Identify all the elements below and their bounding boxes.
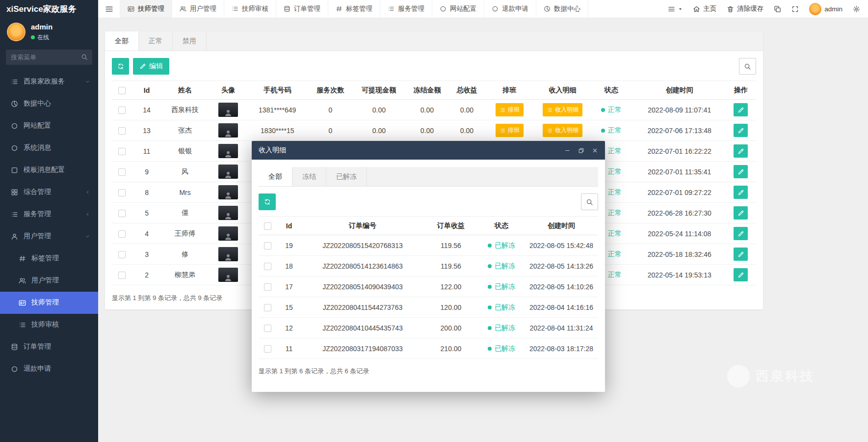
income-detail-button[interactable]: 收入明细 (543, 103, 582, 116)
cell-frozen: 0.00 (403, 100, 450, 120)
row-checkbox[interactable] (118, 189, 126, 196)
edit-row-button[interactable] (734, 144, 748, 158)
filter-tab[interactable]: 已解冻 (326, 167, 367, 186)
nav-tab[interactable]: 服务管理 (380, 0, 432, 18)
row-checkbox[interactable] (264, 283, 271, 291)
row-checkbox[interactable] (118, 168, 126, 176)
nav-tab[interactable]: 退款申请 (484, 0, 536, 18)
filter-tab[interactable]: 冻结 (292, 167, 326, 186)
edit-row-button[interactable] (734, 103, 748, 116)
filter-tab[interactable]: 禁用 (173, 31, 207, 51)
sidebar-item[interactable]: 网站配置 (0, 115, 98, 137)
settings-button[interactable] (853, 5, 860, 13)
filter-tab[interactable]: 全部 (105, 31, 139, 51)
row-checkbox[interactable] (118, 107, 126, 114)
sidebar-item[interactable]: 标签管理 (0, 248, 98, 270)
row-checkbox[interactable] (118, 230, 126, 238)
close-icon[interactable] (592, 147, 598, 154)
schedule-button[interactable]: 排班 (496, 103, 524, 116)
refresh-button[interactable] (259, 193, 276, 210)
income-detail-button[interactable]: 收入明细 (543, 124, 582, 137)
sidebar-item[interactable]: 技师管理 (0, 292, 98, 314)
cell-created: 2022-07-01 16:22:22 (633, 141, 726, 162)
dialog-toolbar (259, 193, 598, 210)
cell-id: 13 (132, 120, 162, 141)
tabs-more-dropdown[interactable] (668, 5, 683, 13)
table-row: 12 JZ2022080410445435743 200.00 已解冻 2022… (259, 318, 598, 338)
filter-tab[interactable]: 全部 (259, 167, 292, 186)
nav-tab[interactable]: 用户管理 (172, 0, 224, 18)
search-button[interactable] (739, 58, 756, 75)
edit-row-button[interactable] (734, 248, 748, 261)
trash-icon (727, 5, 734, 13)
sidebar-item[interactable]: 用户管理 (0, 225, 98, 248)
nav-tab[interactable]: 数据中心 (536, 0, 588, 18)
fullscreen-button[interactable] (791, 5, 799, 13)
table-row: 14 西泉科技 1381****649 0 0.00 0.00 0.00 排班 … (112, 100, 756, 120)
avatar (218, 144, 238, 158)
sidebar-item[interactable]: 模板消息配置 (0, 159, 98, 181)
select-all-checkbox[interactable] (118, 87, 126, 94)
menu-search-input[interactable] (6, 50, 92, 65)
refresh-button[interactable] (112, 58, 129, 75)
sidebar-item[interactable]: 退款申请 (0, 358, 98, 380)
user-menu[interactable]: admin (809, 3, 842, 15)
sidebar-item[interactable]: 西泉家政服务 (0, 71, 98, 93)
circle-icon (11, 144, 18, 152)
nav-tab[interactable]: 网站配置 (432, 0, 484, 18)
sidebar-item[interactable]: 系统消息 (0, 137, 98, 159)
row-checkbox[interactable] (118, 148, 126, 155)
edit-row-button[interactable] (734, 206, 748, 220)
select-all-checkbox[interactable] (264, 222, 271, 230)
nav-tab[interactable]: 技师审核 (224, 0, 276, 18)
sidebar-item[interactable]: 综合管理 (0, 181, 98, 203)
person-icon (224, 149, 233, 158)
cell-id: 3 (132, 244, 162, 265)
edit-row-button[interactable] (734, 124, 748, 137)
copy-button[interactable] (774, 5, 781, 13)
row-checkbox[interactable] (118, 272, 126, 279)
minimize-icon[interactable] (564, 147, 571, 154)
edit-row-button[interactable] (734, 186, 748, 199)
online-dot-icon (31, 35, 35, 39)
search-button[interactable] (581, 193, 598, 210)
clear-cache-button[interactable]: 清除缓存 (727, 4, 763, 13)
row-checkbox[interactable] (118, 251, 126, 258)
nav-tab[interactable]: 标签管理 (328, 0, 380, 18)
column-header: 手机号码 (248, 81, 306, 100)
avatar (218, 165, 238, 179)
dialog-header[interactable]: 收入明细 (252, 141, 605, 160)
row-checkbox[interactable] (118, 210, 126, 217)
cell-created: 2022-07-01 09:27:22 (633, 182, 726, 203)
nav-tab[interactable]: 技师管理 (120, 0, 172, 18)
cell-income: 119.56 (423, 256, 478, 276)
schedule-button[interactable]: 排班 (496, 124, 524, 137)
filter-tab[interactable]: 正常 (139, 31, 173, 51)
edit-row-button[interactable] (734, 227, 748, 240)
cell-order-no: JZ2022080410445435743 (302, 318, 423, 338)
row-checkbox[interactable] (264, 263, 271, 270)
sidebar-toggle-button[interactable] (98, 0, 120, 18)
edit-row-button[interactable] (734, 268, 748, 281)
home-button[interactable]: 主页 (693, 4, 716, 13)
row-checkbox[interactable] (264, 345, 271, 353)
edit-button[interactable]: 编辑 (133, 58, 169, 75)
nav-tab[interactable]: 订单管理 (276, 0, 328, 18)
row-checkbox[interactable] (264, 242, 271, 249)
sidebar-item[interactable]: 订单管理 (0, 336, 98, 358)
person-icon (224, 191, 233, 199)
maximize-icon[interactable] (578, 147, 584, 154)
column-header: 订单收益 (423, 217, 478, 235)
sidebar-item[interactable]: 服务管理 (0, 203, 98, 225)
row-checkbox[interactable] (118, 127, 126, 135)
sidebar-item[interactable]: 数据中心 (0, 93, 98, 115)
hash-icon (19, 255, 26, 262)
sidebar-item[interactable]: 技师审核 (0, 314, 98, 336)
row-checkbox[interactable] (264, 325, 271, 332)
person-icon (224, 108, 233, 117)
cell-income: 119.56 (423, 235, 478, 256)
row-checkbox[interactable] (264, 304, 271, 311)
column-header: 总收益 (450, 81, 483, 100)
sidebar-item[interactable]: 用户管理 (0, 270, 98, 292)
edit-row-button[interactable] (734, 165, 748, 178)
